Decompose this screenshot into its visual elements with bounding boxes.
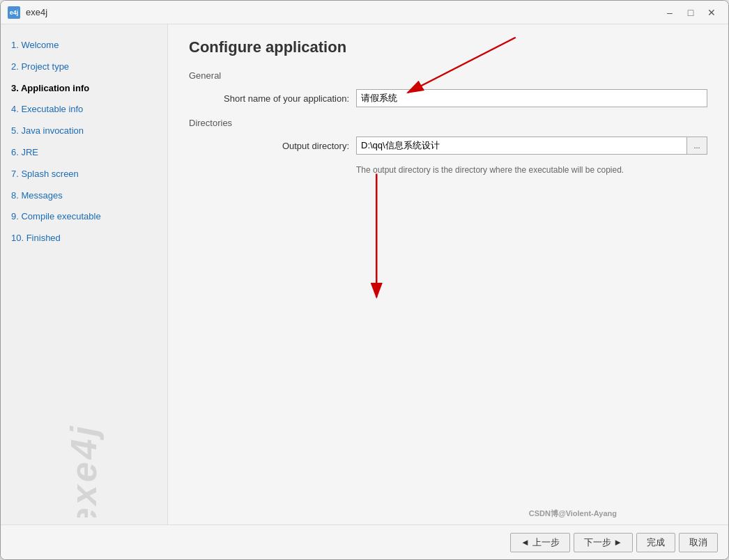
panel-content: Configure application General Short name…: [168, 24, 728, 524]
close-button[interactable]: ✕: [702, 4, 721, 21]
output-dir-input[interactable]: [356, 137, 686, 155]
sidebar-item-welcome[interactable]: 1. Welcome: [1, 35, 167, 56]
minimize-button[interactable]: –: [660, 4, 680, 21]
sidebar-item-application-info[interactable]: 3. Application info: [1, 78, 167, 100]
bottom-bar: ◄ 上一步 下一步 ► 完成 取消: [1, 524, 728, 559]
output-dir-row: Output directory: ...: [189, 137, 707, 155]
sidebar-item-finished[interactable]: 10. Finished: [1, 228, 167, 249]
main-content: 1. Welcome 2. Project type 3. Applicatio…: [1, 24, 728, 524]
output-dir-field-group: ...: [356, 137, 707, 155]
app-name-input[interactable]: [356, 89, 707, 107]
title-bar: e4j exe4j – □ ✕: [1, 1, 728, 24]
app-icon-text: e4j: [10, 9, 19, 16]
prev-button[interactable]: ◄ 上一步: [510, 533, 569, 552]
app-icon: e4j: [8, 6, 20, 19]
sidebar-item-jre[interactable]: 6. JRE: [1, 142, 167, 164]
right-panel-container: Configure application General Short name…: [168, 24, 728, 524]
sidebar: 1. Welcome 2. Project type 3. Applicatio…: [1, 24, 168, 524]
cancel-button[interactable]: 取消: [679, 533, 718, 552]
right-panel: Configure application General Short name…: [168, 24, 728, 524]
output-dir-hint: The output directory is the directory wh…: [189, 165, 707, 175]
output-dir-label: Output directory:: [203, 141, 356, 151]
window-title: exe4j: [26, 7, 660, 17]
sidebar-item-splash-screen[interactable]: 7. Splash screen: [1, 164, 167, 185]
sidebar-watermark: exe4j: [63, 423, 105, 518]
finish-button[interactable]: 完成: [636, 533, 675, 552]
sidebar-item-messages[interactable]: 8. Messages: [1, 185, 167, 207]
window-controls: – □ ✕: [660, 4, 721, 21]
csdn-watermark: CSDN博@Violent-Ayang: [529, 508, 617, 519]
sidebar-item-compile-executable[interactable]: 9. Compile executable: [1, 206, 167, 228]
sidebar-item-java-invocation[interactable]: 5. Java invocation: [1, 120, 167, 142]
general-section-label: General: [189, 70, 707, 81]
sidebar-item-executable-info[interactable]: 4. Executable info: [1, 99, 167, 120]
app-name-row: Short name of your application:: [189, 89, 707, 107]
directories-section-label: Directories: [189, 118, 707, 128]
panel-title: Configure application: [189, 38, 707, 56]
browse-button[interactable]: ...: [686, 137, 707, 155]
maximize-button[interactable]: □: [681, 4, 700, 21]
sidebar-nav: 1. Welcome 2. Project type 3. Applicatio…: [1, 31, 167, 267]
sidebar-item-project-type[interactable]: 2. Project type: [1, 56, 167, 78]
next-button[interactable]: 下一步 ►: [574, 533, 633, 552]
main-window: e4j exe4j – □ ✕ 1. Welcome 2. Project ty…: [0, 0, 729, 560]
app-name-label: Short name of your application:: [203, 93, 356, 104]
